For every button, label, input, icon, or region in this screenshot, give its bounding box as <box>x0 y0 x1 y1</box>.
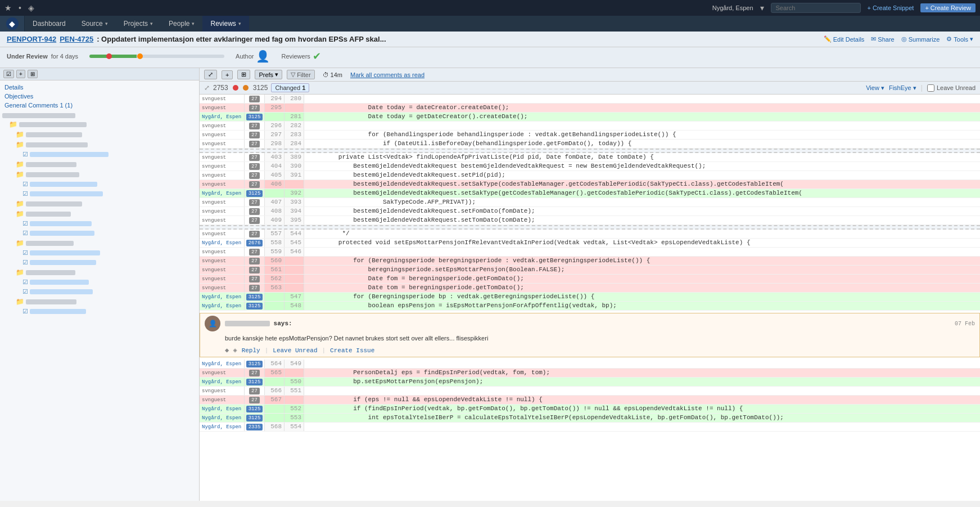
share-btn[interactable]: ✉ Share <box>871 35 894 43</box>
sidebar-check-btn[interactable]: ☑ <box>3 70 14 78</box>
sidebar-expand-btn[interactable]: ⊞ <box>28 70 38 78</box>
line-badge: 27 <box>245 153 265 161</box>
diff-line-removed-2: svnguest 27 406 bestemGjeldendeVedtakReq… <box>200 180 980 189</box>
file-tree-file-2[interactable]: ☑ <box>0 180 199 189</box>
search-input[interactable] <box>771 3 861 13</box>
checkbox-icon-5: ☑ <box>22 230 28 237</box>
file-tree-folder-2[interactable]: 📁 <box>0 129 199 140</box>
action-sep-1: | <box>265 347 269 354</box>
line-author: svnguest <box>200 216 245 225</box>
old-line-num <box>265 414 284 422</box>
leave-unread-btn[interactable]: Leave Unread <box>273 347 317 354</box>
new-line-num <box>284 369 304 377</box>
line-content: Date fom = beregningsperiode.getFomDato(… <box>304 275 980 283</box>
folder-icon-9: 📁 <box>16 268 24 276</box>
sidebar-add-btn[interactable]: + <box>16 70 25 78</box>
new-line-num: 395 <box>284 216 304 225</box>
nav-source[interactable]: Source ▾ <box>74 16 116 32</box>
old-line-num: 408 <box>265 207 284 216</box>
diff-section-4: Nygård, Espen 3125 564 549 svnguest 27 5… <box>200 360 980 432</box>
file-tree-folder-1[interactable]: 📁 <box>0 119 199 129</box>
new-line-num: 280 <box>284 95 304 103</box>
file-tree-folder-3[interactable]: 📁 <box>0 140 199 150</box>
leave-unread-checkbox-label[interactable]: Leave Unread <box>927 84 976 92</box>
file-tree-file-3[interactable]: ☑ <box>0 189 199 199</box>
file-tree-file-1[interactable]: ☑ <box>0 150 199 159</box>
file-tree-folder-9[interactable]: 📁 <box>0 267 199 277</box>
file-tree-folder-5[interactable]: 📁 <box>0 169 199 180</box>
ticket1-link[interactable]: PENPORT-942 <box>7 35 56 43</box>
expand-all-btn[interactable]: ⊞ <box>237 70 250 79</box>
file-tree-folder-8[interactable]: 📁 <box>0 238 199 248</box>
tools-btn[interactable]: ⚙ Tools ▾ <box>946 35 973 43</box>
create-issue-btn[interactable]: Create Issue <box>330 347 374 354</box>
old-line-num <box>265 378 284 386</box>
prefs-btn[interactable]: Prefs ▾ <box>255 70 282 79</box>
expand-icon-btn[interactable]: ⤢ <box>204 70 217 79</box>
line-content: if (DateUtil.isBeforeDay(behandlingsperi… <box>304 140 980 148</box>
user-dropdown-icon[interactable]: ▾ <box>760 3 764 12</box>
file-tree-file-8[interactable]: ☑ <box>0 277 199 287</box>
new-line-num: 548 <box>284 302 304 310</box>
new-line-num: 549 <box>284 360 304 368</box>
details-link[interactable]: Details <box>4 83 195 92</box>
create-snippet-link[interactable]: + Create Snippet <box>868 5 914 11</box>
folder-icon-8: 📁 <box>16 239 24 247</box>
edit-details-btn[interactable]: ✏️ Edit Details <box>824 35 865 43</box>
nav-reviews[interactable]: Reviews ▾ <box>202 16 249 32</box>
file-tree-file-7[interactable]: ☑ <box>0 258 199 267</box>
star-icon[interactable]: ★ <box>4 3 12 12</box>
top-nav-right: Nygård, Espen ▾ + Create Snippet + Creat… <box>712 3 976 13</box>
file-tree-file-10[interactable]: ☑ <box>0 307 199 316</box>
line-badge: 27 <box>245 216 265 225</box>
diff-line-added-1: Nygård, Espen 3125 281 Date today = getD… <box>200 113 980 122</box>
diff-line-c15: svnguest 27 566 551 <box>200 387 980 396</box>
nav-dashboard[interactable]: Dashboard <box>25 16 74 32</box>
tools-dropdown-icon: ▾ <box>970 35 973 43</box>
filter-btn[interactable]: ▽ Filter <box>287 70 314 79</box>
ticket2-link[interactable]: PEN-4725 <box>60 35 93 43</box>
timeline-dot-orange <box>137 53 143 59</box>
fisheye-btn[interactable]: FishEye ▾ <box>889 84 916 92</box>
line-content: private List<Vedtak> findLopendeAfpPriva… <box>304 153 980 161</box>
comment-action-icons: ◆ ◈ <box>225 346 237 355</box>
file-tree-file-9[interactable]: ☑ <box>0 287 199 297</box>
nav-people[interactable]: People ▾ <box>161 16 202 32</box>
line-content <box>304 360 980 368</box>
general-comments-link[interactable]: General Comments 1 (1) <box>4 101 195 110</box>
line-author: svnguest <box>200 198 245 207</box>
create-review-button[interactable]: + Create Review <box>920 3 976 12</box>
folder-icon-3: 📁 <box>16 141 24 149</box>
old-line-num: 403 <box>265 153 284 161</box>
file-tree-folder-10[interactable]: 📁 <box>0 297 199 307</box>
file-tree-file-5[interactable]: ☑ <box>0 228 199 238</box>
line-author: svnguest <box>200 396 245 404</box>
title-bar-right: ✏️ Edit Details ✉ Share ◎ Summarize ⚙ To… <box>824 35 973 43</box>
nav-projects[interactable]: Projects ▾ <box>116 16 161 32</box>
file-tree-folder-6[interactable]: 📁 <box>0 199 199 209</box>
file-tree-file-4[interactable]: ☑ <box>0 219 199 228</box>
view-btn[interactable]: View ▾ <box>866 84 884 92</box>
objectives-link[interactable]: Objectives <box>4 92 195 101</box>
dot-icon[interactable]: • <box>19 3 21 12</box>
new-line-num: 389 <box>284 153 304 161</box>
diff-toolbar: ⤢ + ⊞ Prefs ▾ ▽ Filter ⏱ 14m Mark all co… <box>200 68 980 82</box>
diff-line-c5: svnguest 27 403 389 private List<Vedtak>… <box>200 153 980 162</box>
diff-separator-1 <box>200 149 980 153</box>
file-tree-file-6[interactable]: ☑ <box>0 248 199 258</box>
monitor-icon[interactable]: ◈ <box>28 3 34 12</box>
add-btn[interactable]: + <box>222 70 233 79</box>
reply-btn[interactable]: Reply <box>242 347 260 354</box>
old-line-num: 406 <box>265 180 284 189</box>
file-tree-folder-4[interactable]: 📁 <box>0 159 199 169</box>
logo: ◆ <box>6 17 19 30</box>
line-circle-red <box>233 85 238 91</box>
file-tree-folder-7[interactable]: 📁 <box>0 209 199 219</box>
new-line-num <box>284 275 304 283</box>
mark-all-read-link[interactable]: Mark all comments as read <box>350 71 424 78</box>
review-bar: Under Review for 4 days Author 👤 Reviewe… <box>0 47 980 68</box>
leave-unread-checkbox[interactable] <box>927 84 934 92</box>
summarize-btn[interactable]: ◎ Summarize <box>901 35 940 43</box>
diff-line-removed-1: svnguest 27 295 Date today = dateCreator… <box>200 104 980 113</box>
line-badge: 27 <box>245 369 265 377</box>
